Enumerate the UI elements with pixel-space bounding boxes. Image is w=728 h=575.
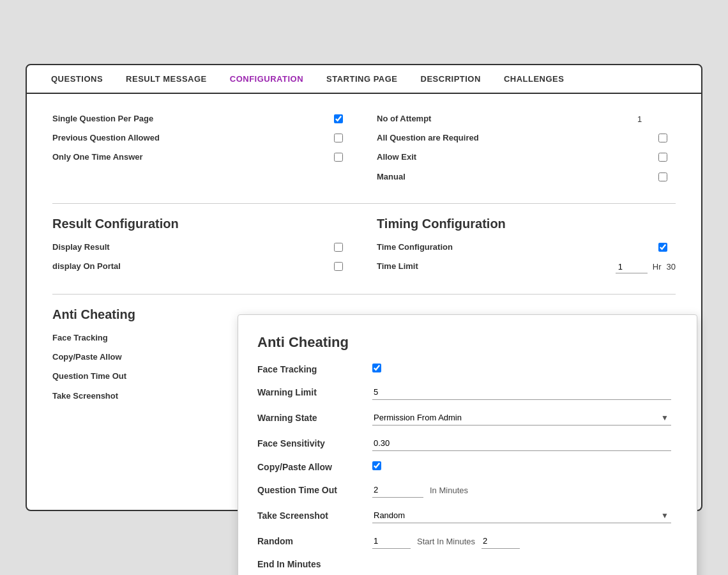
single-question-row: Single Question Per Page	[52, 113, 351, 125]
tab-challenges[interactable]: CHALLENGES	[492, 65, 576, 93]
popup-question-timeout-row: Question Time Out In Minutes	[257, 482, 671, 498]
popup-face-tracking-label: Face Tracking	[257, 364, 372, 374]
popup-copy-paste-label: Copy/Paste Allow	[257, 462, 372, 472]
tab-result-message[interactable]: RESULT MESSAGE	[114, 65, 218, 93]
manual-control[interactable]	[650, 171, 676, 181]
timing-config-title: Timing Configuration	[377, 217, 676, 231]
popup-screenshot-random-row: Random Start In Minutes	[257, 533, 671, 549]
popup-take-screenshot-select[interactable]: Random Fixed None	[372, 508, 671, 523]
popup-question-timeout-input[interactable]	[372, 482, 423, 498]
time-configuration-row: Time Configuration	[377, 241, 676, 253]
one-time-answer-checkbox[interactable]	[334, 153, 343, 162]
previous-question-label: Previous Question Allowed	[52, 132, 326, 144]
result-config-title: Result Configuration	[52, 217, 351, 231]
display-result-row: Display Result	[52, 241, 351, 253]
tab-configuration[interactable]: CONFIGURATION	[218, 65, 315, 93]
popup-screenshot-random-label: Random	[257, 536, 372, 546]
popup-face-tracking-control[interactable]	[372, 364, 671, 374]
result-timing-section: Result Configuration Display Result disp…	[52, 217, 676, 281]
manual-row: Manual	[377, 171, 676, 183]
allow-exit-row: Allow Exit	[377, 151, 676, 163]
popup-warning-limit-control[interactable]	[372, 385, 671, 400]
popup-warning-state-select[interactable]: Permission From Admin Auto Submit Warnin…	[372, 410, 671, 425]
all-questions-required-row: All Question are Required	[377, 132, 676, 144]
time-configuration-checkbox[interactable]	[658, 243, 667, 252]
previous-question-checkbox[interactable]	[334, 134, 343, 142]
allow-exit-checkbox[interactable]	[658, 153, 667, 162]
popup-face-sensitivity-row: Face Sensitivity	[257, 436, 671, 451]
anti-cheating-popup: Anti Cheating Face Tracking Warning Limi…	[238, 314, 697, 575]
manual-label: Manual	[377, 171, 650, 183]
popup-face-sensitivity-control[interactable]	[372, 436, 671, 451]
display-on-portal-row: display On Portal	[52, 261, 351, 272]
popup-take-screenshot-row: Take Screenshot Random Fixed None ▼	[257, 508, 671, 523]
time-hr-label: Hr	[653, 262, 662, 272]
previous-question-row: Previous Question Allowed	[52, 132, 351, 144]
time-limit-label: Time Limit	[377, 261, 616, 272]
popup-end-in-minutes-label: End In Minutes	[257, 559, 372, 569]
display-result-label: Display Result	[52, 241, 326, 253]
popup-copy-paste-row: Copy/Paste Allow	[257, 461, 671, 472]
main-card: QUESTIONS RESULT MESSAGE CONFIGURATION S…	[26, 64, 702, 511]
time-minutes-value: 30	[667, 262, 676, 272]
one-time-answer-label: Only One Time Answer	[52, 151, 326, 163]
time-limit-value-input[interactable]	[616, 261, 648, 273]
popup-face-sensitivity-label: Face Sensitivity	[257, 438, 372, 448]
display-on-portal-control[interactable]	[326, 261, 351, 271]
popup-take-screenshot-control[interactable]: Random Fixed None ▼	[372, 508, 671, 523]
popup-warning-state-label: Warning State	[257, 413, 372, 423]
time-configuration-label: Time Configuration	[377, 241, 650, 253]
popup-take-screenshot-label: Take Screenshot	[257, 510, 372, 521]
result-config-col: Result Configuration Display Result disp…	[52, 217, 351, 281]
popup-screenshot-random-control[interactable]: Start In Minutes	[372, 533, 671, 549]
tab-description[interactable]: DESCRIPTION	[409, 65, 492, 93]
display-on-portal-checkbox[interactable]	[334, 262, 343, 271]
timing-config-col: Timing Configuration Time Configuration …	[377, 217, 676, 281]
general-config-section: Single Question Per Page Previous Questi…	[52, 113, 676, 190]
popup-face-sensitivity-input[interactable]	[372, 436, 671, 451]
popup-end-in-minutes-row: End In Minutes	[257, 559, 671, 569]
display-result-checkbox[interactable]	[334, 243, 343, 252]
popup-warning-state-control[interactable]: Permission From Admin Auto Submit Warnin…	[372, 410, 671, 425]
tab-starting-page[interactable]: STARTING PAGE	[315, 65, 409, 93]
single-question-control[interactable]	[326, 113, 351, 123]
no-of-attempt-value: 1	[637, 113, 676, 124]
popup-screenshot-random-inline: Start In Minutes	[372, 533, 671, 549]
popup-warning-limit-input[interactable]	[372, 385, 671, 400]
previous-question-control[interactable]	[326, 132, 351, 142]
popup-face-tracking-checkbox[interactable]	[372, 364, 381, 372]
tab-bar: QUESTIONS RESULT MESSAGE CONFIGURATION S…	[27, 65, 701, 94]
time-limit-row: Time Limit Hr 30	[377, 261, 676, 273]
display-result-control[interactable]	[326, 241, 351, 252]
popup-start-in-minutes-label: Start In Minutes	[417, 537, 475, 546]
popup-warning-limit-row: Warning Limit	[257, 385, 671, 400]
time-configuration-control[interactable]	[650, 241, 676, 252]
no-of-attempt-label: No of Attempt	[377, 113, 637, 125]
no-of-attempt-row: No of Attempt 1	[377, 113, 676, 125]
display-on-portal-label: display On Portal	[52, 261, 326, 272]
popup-warning-state-row: Warning State Permission From Admin Auto…	[257, 410, 671, 425]
popup-question-timeout-control[interactable]: In Minutes	[372, 482, 671, 498]
divider-2	[52, 294, 676, 295]
popup-face-tracking-row: Face Tracking	[257, 364, 671, 374]
allow-exit-label: Allow Exit	[377, 151, 650, 163]
allow-exit-control[interactable]	[650, 151, 676, 162]
manual-checkbox[interactable]	[658, 172, 667, 181]
one-time-answer-control[interactable]	[326, 151, 351, 162]
all-questions-required-checkbox[interactable]	[658, 134, 667, 142]
popup-copy-paste-checkbox[interactable]	[372, 461, 381, 470]
popup-question-timeout-unit: In Minutes	[430, 486, 468, 495]
all-questions-required-control[interactable]	[650, 132, 676, 142]
popup-screenshot-start-minutes-input[interactable]	[482, 533, 520, 549]
divider-1	[52, 203, 676, 204]
popup-screenshot-start-input[interactable]	[372, 533, 411, 549]
popup-warning-limit-label: Warning Limit	[257, 387, 372, 397]
popup-title: Anti Cheating	[257, 334, 671, 351]
general-right: No of Attempt 1 All Question are Require…	[377, 113, 676, 190]
popup-question-timeout-label: Question Time Out	[257, 485, 372, 495]
popup-question-timeout-inline: In Minutes	[372, 482, 671, 498]
single-question-checkbox[interactable]	[334, 114, 343, 123]
popup-copy-paste-control[interactable]	[372, 461, 671, 472]
time-limit-inputs: Hr 30	[616, 261, 676, 273]
tab-questions[interactable]: QUESTIONS	[40, 65, 114, 93]
